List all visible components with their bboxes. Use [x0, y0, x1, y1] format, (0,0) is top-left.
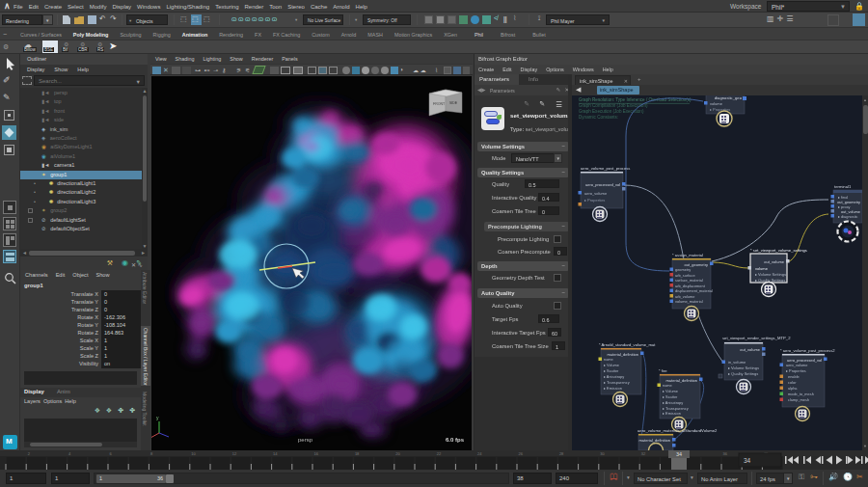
svg-text:aero_processed_vol: aero_processed_vol	[787, 358, 822, 363]
svg-text:geometry: geometry	[675, 267, 691, 272]
svg-text:18: 18	[355, 451, 360, 456]
svg-text:arb_displacement: arb_displacement	[675, 284, 706, 288]
svg-text:arb_surface: arb_surface	[675, 273, 695, 278]
svg-text:▸ Properties: ▸ Properties	[710, 107, 730, 112]
svg-text:set_viewport_render_settings_M: set_viewport_render_settings_MTP_2	[722, 336, 791, 340]
svg-text:▸ Volume Settings: ▸ Volume Settings	[755, 272, 786, 277]
svg-text:20: 20	[395, 451, 400, 456]
svg-text:alpha: alpha	[788, 386, 798, 391]
svg-text:clamp_mesh: clamp_mesh	[788, 397, 809, 402]
svg-text:26: 26	[519, 451, 524, 456]
svg-text:volume: volume	[710, 101, 723, 106]
svg-text:color: color	[788, 380, 797, 385]
svg-text:* assign_material: * assign_material	[672, 253, 703, 257]
svg-text:y: y	[156, 415, 159, 420]
svg-text:▸ diagnostic: ▸ diagnostic	[838, 214, 858, 219]
svg-text:out_geometry: out_geometry	[685, 262, 708, 267]
svg-text:in_volume: in_volume	[728, 360, 746, 365]
svg-text:▸ Emission: ▸ Emission	[663, 411, 681, 416]
svg-text:22: 22	[437, 451, 442, 456]
svg-text:▸ Volume: ▸ Volume	[604, 363, 619, 367]
svg-text:aero_processed_vol: aero_processed_vol	[585, 182, 620, 187]
svg-text:14: 14	[273, 451, 278, 456]
svg-text:* aero_volume_post_process2: * aero_volume_post_process2	[780, 348, 835, 353]
svg-text:out_volume: out_volume	[764, 259, 784, 264]
svg-text:16: 16	[314, 451, 319, 456]
svg-text:36: 36	[723, 451, 728, 456]
svg-text:arb_volume: arb_volume	[675, 294, 694, 299]
svg-text:▸ Quality Settings: ▸ Quality Settings	[755, 278, 785, 283]
svg-text:displacement_material: displacement_material	[675, 288, 713, 293]
svg-text:▸ Transparency: ▸ Transparency	[604, 380, 630, 385]
svg-text:30: 30	[600, 451, 605, 456]
svg-text:▸ Properties: ▸ Properties	[584, 198, 605, 203]
svg-text:material_definition: material_definition	[639, 438, 670, 443]
svg-text:32: 32	[641, 451, 646, 456]
svg-text:* fire: * fire	[659, 368, 667, 373]
svg-text:34: 34	[744, 457, 751, 464]
svg-text:terminal1: terminal1	[834, 184, 852, 189]
svg-text:▸ Scatter: ▸ Scatter	[663, 394, 678, 399]
svg-text:▸ Anisotropy: ▸ Anisotropy	[604, 374, 624, 379]
svg-text:name: name	[663, 383, 672, 388]
svg-text:material_definition: material_definition	[608, 352, 638, 357]
svg-text:surface_material: surface_material	[675, 278, 703, 283]
svg-text:▸ Emission: ▸ Emission	[604, 386, 622, 391]
svg-text:aero_volume: aero_volume	[786, 363, 808, 367]
svg-text:volume_material: volume_material	[675, 299, 703, 304]
svg-text:enable: enable	[788, 374, 800, 379]
svg-text:24: 24	[477, 451, 482, 456]
svg-text:aero_volume_post_process: aero_volume_post_process	[581, 166, 630, 171]
svg-text:aero_volume_materials_aiStanda: aero_volume_materials_aiStandardVolume2	[637, 428, 718, 433]
svg-text:▸ Quality Settings: ▸ Quality Settings	[728, 371, 758, 376]
svg-text:▸ Volume: ▸ Volume	[663, 389, 678, 393]
svg-text:28: 28	[559, 451, 564, 456]
svg-text:* set_viewport_volume_settings: * set_viewport_volume_settings	[750, 248, 807, 253]
svg-text:Dynamic Constants:: Dynamic Constants:	[579, 115, 618, 120]
svg-text:mode_to_mesh: mode_to_mesh	[788, 392, 814, 396]
svg-text:out_volume: out_volume	[740, 347, 760, 352]
svg-text:▸ Volume Settings: ▸ Volume Settings	[728, 365, 759, 370]
svg-text:▸ Anisotropy: ▸ Anisotropy	[663, 400, 683, 405]
svg-text:10: 10	[191, 451, 196, 456]
svg-text:34: 34	[676, 451, 682, 457]
svg-text:volume: volume	[755, 266, 769, 271]
svg-text:▸ Properties: ▸ Properties	[786, 368, 806, 373]
svg-text:material_definition: material_definition	[666, 378, 697, 383]
svg-text:* Arnold_standard_volume_mat: * Arnold_standard_volume_mat	[599, 342, 656, 347]
svg-text:▸ Scatter: ▸ Scatter	[604, 368, 619, 373]
svg-text:name: name	[604, 357, 613, 362]
svg-text:diagnostic_geo: diagnostic_geo	[715, 95, 743, 100]
svg-text:aero_volume: aero_volume	[584, 191, 608, 196]
svg-text:12: 12	[232, 451, 237, 456]
